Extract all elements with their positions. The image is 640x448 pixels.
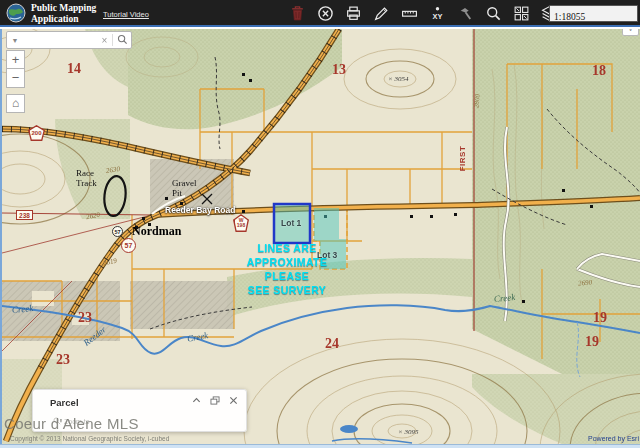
zoom-in-button[interactable]: + xyxy=(6,50,25,69)
home-extent-button[interactable]: ⌂ xyxy=(6,94,25,113)
parcel-panel-title: Parcel xyxy=(50,397,79,408)
copyright-attribution: Copyright © 2013 National Geographic Soc… xyxy=(10,435,169,442)
window-edge xyxy=(0,444,640,448)
lot-1-parcel[interactable] xyxy=(274,204,310,243)
app-logo-globe-icon xyxy=(6,3,26,23)
zoom-to-link[interactable]: Zoom to xyxy=(53,417,90,425)
scale-input[interactable] xyxy=(550,10,637,25)
panel-close-icon[interactable] xyxy=(229,396,238,407)
public-mapping-application: Public Mapping Application Tutorial Vide… xyxy=(0,0,640,448)
app-title: Public Mapping Application xyxy=(31,3,96,24)
xy-coordinates-icon[interactable]: XY xyxy=(429,5,446,22)
panel-popout-icon[interactable] xyxy=(210,396,220,407)
toolbar-icons: XY xyxy=(289,5,558,22)
tutorial-video-link[interactable]: Tutorial Video xyxy=(103,10,149,19)
draw-icon[interactable] xyxy=(373,5,390,22)
search-clear-icon[interactable]: × xyxy=(97,35,112,46)
topo-basemap xyxy=(2,29,640,444)
svg-text:XY: XY xyxy=(433,12,443,21)
toolbar: Public Mapping Application Tutorial Vide… xyxy=(0,0,640,27)
tools-icon[interactable] xyxy=(457,5,474,22)
close-circle-icon[interactable] xyxy=(317,5,334,22)
highway-shield-57: 57 xyxy=(121,238,136,253)
zoom-controls: + − xyxy=(6,50,25,88)
print-icon[interactable] xyxy=(345,5,362,22)
delete-icon[interactable] xyxy=(289,5,306,22)
highway-shield-57-small: 57 xyxy=(112,226,123,237)
overview-grid-icon[interactable] xyxy=(513,5,530,22)
map-canvas[interactable]: 14 13 18 23 23 24 19 19 × 3054 × 3095 26… xyxy=(0,29,640,444)
powered-by-esri-link[interactable]: Powered by Esri xyxy=(588,435,639,442)
search-input[interactable] xyxy=(23,36,97,45)
zoom-to-magnifier-icon xyxy=(53,417,61,425)
highway-shield-238: 238 xyxy=(16,210,33,220)
search-submit-icon[interactable] xyxy=(113,31,131,49)
search-dropdown-icon[interactable]: ▼ xyxy=(7,37,23,44)
scale-input-box xyxy=(549,5,638,22)
collapse-panel-tab[interactable]: ∨ xyxy=(622,29,639,36)
panel-collapse-icon[interactable] xyxy=(192,396,201,407)
measure-icon[interactable] xyxy=(401,5,418,22)
search-box: ▼ × xyxy=(6,31,132,49)
zoom-out-button[interactable]: − xyxy=(6,69,25,88)
parcel-panel: Parcel Zoom to xyxy=(32,389,247,432)
search-icon[interactable] xyxy=(485,5,502,22)
